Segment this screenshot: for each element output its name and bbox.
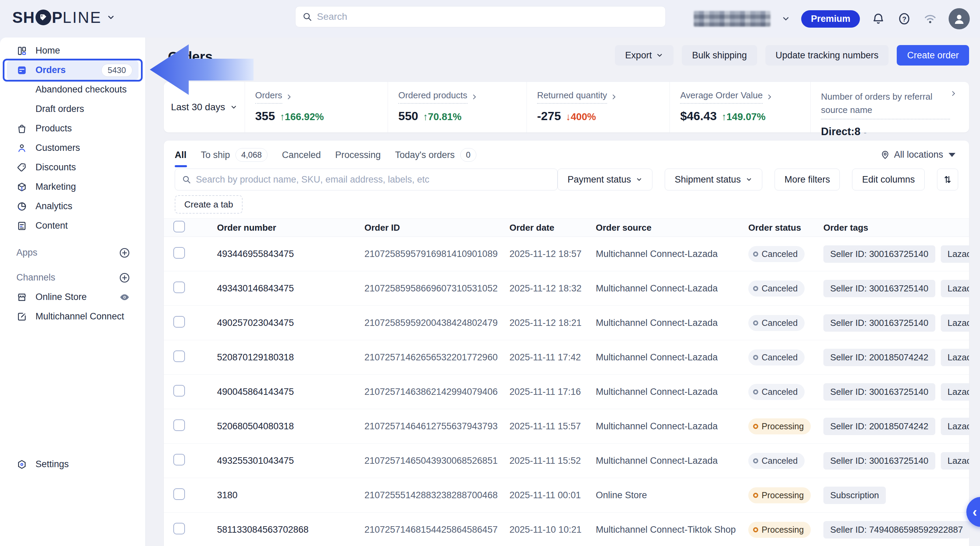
create-tab-button[interactable]: Create a tab	[175, 195, 243, 213]
table-row[interactable]: 493430146843475 210725859586696073105310…	[164, 271, 969, 306]
table-row[interactable]: 3180 21072555142883238288700468 2025-11-…	[164, 478, 969, 513]
add-app-plus-icon[interactable]	[119, 247, 130, 259]
tab-to-ship[interactable]: To ship4,068	[201, 148, 268, 164]
bulk-shipping-button[interactable]: Bulk shipping	[682, 45, 757, 65]
order-tag: Seller ID: 300163725140	[823, 280, 935, 297]
help-icon[interactable]: ?	[897, 11, 912, 26]
sidebar-item-discounts[interactable]: Discounts	[0, 158, 145, 177]
stat-delta: ↓400%	[566, 111, 596, 123]
row-checkbox[interactable]	[173, 488, 185, 500]
online-store-eye-icon[interactable]	[119, 291, 130, 303]
tab-count-badge: 0	[460, 148, 476, 162]
sidebar-item-analytics[interactable]: Analytics	[0, 197, 145, 216]
add-channel-plus-icon[interactable]	[119, 272, 130, 283]
row-checkbox[interactable]	[173, 316, 185, 328]
date-range-selector[interactable]: Last 30 days	[164, 82, 245, 132]
column-header[interactable]: Order status	[748, 223, 823, 233]
sort-button[interactable]	[937, 169, 958, 190]
table-row[interactable]: 493446955843475 210725859579169814109010…	[164, 237, 969, 271]
row-checkbox[interactable]	[173, 523, 185, 535]
stat-average-order-value[interactable]: Average Order Value $46.43↑149.07%	[670, 82, 810, 132]
chevron-down-icon	[230, 103, 237, 111]
tab-all[interactable]: All	[175, 150, 187, 162]
locations-selector[interactable]: All locations	[880, 150, 955, 160]
stat-referral-source[interactable]: Number of orders by referral source name…	[810, 82, 969, 132]
orders-search-input[interactable]	[196, 174, 550, 185]
order-number: 493446955843475	[217, 249, 364, 259]
sidebar-item-label: Draft orders	[35, 104, 84, 114]
shopline-logo[interactable]: SHPLINE	[12, 8, 115, 27]
row-checkbox[interactable]	[173, 385, 185, 396]
shipment-status-filter[interactable]: Shipment status	[665, 169, 762, 190]
row-checkbox[interactable]	[173, 282, 185, 293]
chevron-down-icon	[636, 176, 643, 183]
export-button[interactable]: Export	[615, 45, 674, 65]
stat-value: Direct:8-	[821, 126, 969, 138]
orders-search[interactable]	[175, 169, 558, 190]
order-tags-cell: Seller ID: 7494086598592922887	[823, 521, 969, 538]
table-row[interactable]: 490257023043475 210725859592004384248024…	[164, 306, 969, 340]
row-checkbox[interactable]	[173, 419, 185, 431]
order-tags-cell: Subscription	[823, 487, 969, 504]
stat-ordered-products[interactable]: Ordered products 550↑70.81%	[388, 82, 527, 132]
column-header[interactable]: Order source	[596, 223, 748, 233]
sidebar-item-customers[interactable]: Customers	[0, 138, 145, 158]
global-search[interactable]	[295, 6, 666, 27]
order-source: Multichannel Connect-Lazada	[596, 455, 748, 466]
order-date: 2025-11-12 18:32	[509, 283, 596, 294]
global-search-input[interactable]	[317, 11, 659, 22]
column-header[interactable]: Order ID	[364, 223, 509, 233]
order-date: 2025-11-10 10:21	[509, 524, 596, 535]
row-checkbox[interactable]	[173, 350, 185, 362]
tab-processing[interactable]: Processing	[335, 150, 381, 162]
table-body: 493446955843475 210725859579169814109010…	[164, 237, 969, 546]
create-order-button[interactable]: Create order	[897, 45, 969, 65]
sidebar-item-multichannel-connect[interactable]: Multichannel Connect	[0, 307, 145, 326]
select-all-checkbox[interactable]	[173, 221, 185, 232]
update-tracking-button[interactable]: Update tracking numbers	[765, 45, 889, 65]
order-number: 581133084563702868	[217, 524, 364, 535]
edit-columns-button[interactable]: Edit columns	[852, 169, 925, 190]
tab-todays-orders[interactable]: Today's orders0	[395, 148, 476, 164]
table-row[interactable]: 520870129180318 210725714626565322017729…	[164, 340, 969, 375]
notifications-bell-icon[interactable]	[871, 11, 886, 26]
network-status-wifi-icon[interactable]	[923, 11, 938, 26]
column-header[interactable]: Order tags	[823, 223, 969, 233]
stat-orders[interactable]: Orders 355↑166.92%	[245, 82, 388, 132]
column-header[interactable]: Order number	[217, 223, 364, 233]
sidebar-item-marketing[interactable]: Marketing	[0, 177, 145, 197]
order-id: 21072571464612755637943793	[364, 421, 509, 432]
sidebar-nav: Home Orders 5430 Abandoned checkouts Dra…	[0, 41, 145, 326]
account-chevron-icon[interactable]	[781, 14, 790, 23]
sidebar-item-products[interactable]: Products	[0, 119, 145, 138]
store-switcher-chevron-icon[interactable]	[107, 13, 115, 22]
home-icon	[16, 45, 27, 56]
row-checkbox[interactable]	[173, 247, 185, 259]
column-header[interactable]: Order date	[509, 223, 596, 233]
table-row[interactable]: 581133084563702868 210725714681544258645…	[164, 513, 969, 546]
row-checkbox[interactable]	[173, 454, 185, 465]
premium-badge[interactable]: Premium	[801, 10, 860, 28]
sidebar-item-abandoned-checkouts[interactable]: Abandoned checkouts	[0, 80, 145, 99]
avatar[interactable]	[948, 8, 970, 29]
sidebar-item-settings[interactable]: Settings	[0, 455, 145, 474]
account-name-redacted[interactable]	[694, 11, 770, 27]
channels-section-label: Channels	[16, 272, 55, 283]
tab-canceled[interactable]: Canceled	[282, 150, 321, 162]
chevron-down-icon	[746, 176, 752, 183]
stat-returned-quantity[interactable]: Returned quantity -275↓400%	[527, 82, 670, 132]
table-row[interactable]: 490045864143475 210725714638621429940794…	[164, 375, 969, 409]
sidebar-item-orders[interactable]: Orders 5430	[7, 60, 138, 80]
order-tag: Lazada	[941, 349, 969, 366]
sidebar-item-content[interactable]: Content	[0, 216, 145, 236]
more-filters-button[interactable]: More filters	[775, 169, 840, 190]
table-row[interactable]: 520680504080318 210725714646127556379437…	[164, 409, 969, 444]
payment-status-filter[interactable]: Payment status	[558, 169, 652, 190]
sidebar-item-online-store[interactable]: Online Store	[0, 287, 145, 307]
order-tag: Seller ID: 300163725140	[823, 452, 935, 470]
sidebar-item-draft-orders[interactable]: Draft orders	[0, 99, 145, 119]
order-tag: Seller ID: 300163725140	[823, 314, 935, 332]
order-tags-cell: Seller ID: 300163725140Lazada	[823, 314, 969, 332]
sidebar-item-home[interactable]: Home	[0, 41, 145, 60]
table-row[interactable]: 493255301043475 210725714650439300685268…	[164, 444, 969, 478]
